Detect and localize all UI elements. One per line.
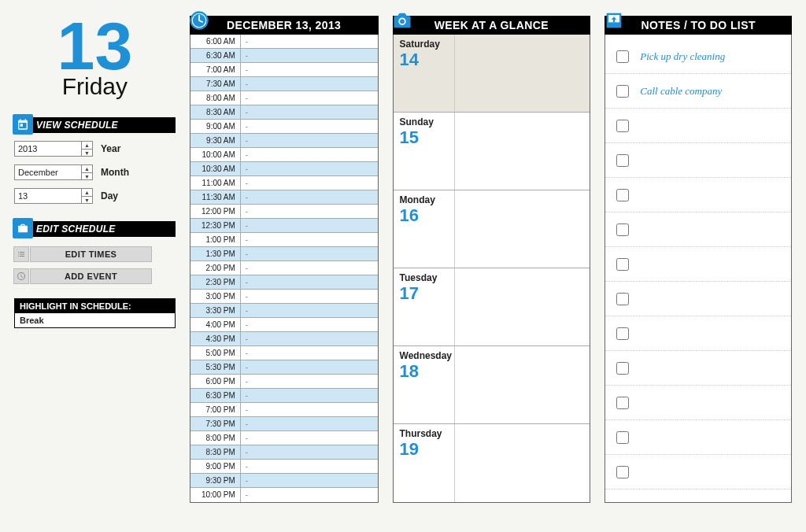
year-spinner[interactable]: 2013 ▲▼ xyxy=(14,141,93,157)
add-event-button[interactable]: ADD EVENT xyxy=(30,268,152,284)
schedule-row[interactable]: 9:00 AM- xyxy=(190,120,378,134)
schedule-row[interactable]: 8:30 AM- xyxy=(190,105,378,120)
schedule-detail[interactable]: - xyxy=(241,360,378,374)
schedule-detail[interactable]: - xyxy=(241,304,378,317)
schedule-detail[interactable]: - xyxy=(241,91,378,105)
schedule-row[interactable]: 6:00 PM- xyxy=(190,375,378,389)
schedule-row[interactable]: 12:30 PM- xyxy=(190,219,378,233)
schedule-row[interactable]: 10:00 AM- xyxy=(190,148,378,162)
schedule-detail[interactable]: - xyxy=(241,431,378,445)
note-checkbox[interactable] xyxy=(616,431,629,444)
schedule-row[interactable]: 12:00 PM- xyxy=(190,205,378,219)
schedule-row[interactable]: 1:00 PM- xyxy=(190,233,378,247)
note-checkbox[interactable] xyxy=(616,85,629,98)
schedule-detail[interactable]: - xyxy=(241,460,378,473)
week-day-content[interactable] xyxy=(455,346,590,423)
schedule-detail[interactable]: - xyxy=(241,346,378,360)
schedule-row[interactable]: 4:30 PM- xyxy=(190,332,378,346)
note-checkbox[interactable] xyxy=(616,327,629,340)
schedule-detail[interactable]: - xyxy=(241,233,378,246)
day-spinner[interactable]: 13 ▲▼ xyxy=(14,188,93,204)
schedule-detail[interactable]: - xyxy=(241,474,378,487)
schedule-detail[interactable]: - xyxy=(241,148,378,161)
week-day-content[interactable] xyxy=(455,268,590,345)
schedule-detail[interactable]: - xyxy=(241,275,378,289)
schedule-row[interactable]: 9:30 AM- xyxy=(190,134,378,148)
schedule-row[interactable]: 4:00 PM- xyxy=(190,318,378,332)
schedule-detail[interactable]: - xyxy=(241,35,378,48)
schedule-row[interactable]: 9:30 PM- xyxy=(190,474,378,488)
schedule-row[interactable]: 2:30 PM- xyxy=(190,275,378,290)
schedule-row[interactable]: 2:00 PM- xyxy=(190,261,378,275)
schedule-row[interactable]: 8:30 PM- xyxy=(190,445,378,460)
note-checkbox[interactable] xyxy=(616,293,629,305)
week-day-content[interactable] xyxy=(455,35,590,112)
note-checkbox[interactable] xyxy=(616,120,629,132)
schedule-row[interactable]: 7:30 AM- xyxy=(190,77,378,91)
week-day-content[interactable] xyxy=(455,113,590,190)
schedule-row[interactable]: 6:30 AM- xyxy=(190,49,378,63)
schedule-detail[interactable]: - xyxy=(241,219,378,232)
schedule-row[interactable]: 7:30 PM- xyxy=(190,417,378,431)
schedule-detail[interactable]: - xyxy=(241,105,378,119)
note-checkbox[interactable] xyxy=(616,258,629,271)
schedule-detail[interactable]: - xyxy=(241,190,378,204)
schedule-row[interactable]: 5:30 PM- xyxy=(190,360,378,375)
schedule-detail[interactable]: - xyxy=(241,120,378,133)
schedule-detail[interactable]: - xyxy=(241,417,378,430)
schedule-detail[interactable]: - xyxy=(241,247,378,260)
schedule-detail[interactable]: - xyxy=(241,261,378,275)
schedule-detail[interactable]: - xyxy=(241,77,378,91)
schedule-row[interactable]: 11:30 AM- xyxy=(190,190,378,205)
schedule-detail[interactable]: - xyxy=(241,375,378,388)
schedule-row[interactable]: 6:30 PM- xyxy=(190,389,378,403)
note-checkbox[interactable] xyxy=(616,154,629,167)
schedule-row[interactable]: 8:00 AM- xyxy=(190,91,378,105)
month-arrows[interactable]: ▲▼ xyxy=(81,165,92,179)
note-text[interactable]: Call cable company xyxy=(640,85,722,98)
week-day[interactable]: Sunday15 xyxy=(394,113,590,190)
schedule-row[interactable]: 3:00 PM- xyxy=(190,290,378,304)
schedule-row[interactable]: 10:00 PM- xyxy=(190,488,378,502)
schedule-row[interactable]: 9:00 PM- xyxy=(190,460,378,474)
week-day[interactable]: Thursday19 xyxy=(394,424,590,502)
week-day[interactable]: Saturday14 xyxy=(394,35,590,113)
schedule-detail[interactable]: - xyxy=(241,445,378,459)
highlight-value[interactable]: Break xyxy=(15,313,175,327)
schedule-detail[interactable]: - xyxy=(241,403,378,416)
schedule-row[interactable]: 7:00 PM- xyxy=(190,403,378,417)
schedule-detail[interactable]: - xyxy=(241,176,378,190)
schedule-row[interactable]: 11:00 AM- xyxy=(190,176,378,190)
schedule-detail[interactable]: - xyxy=(241,389,378,402)
schedule-detail[interactable]: - xyxy=(241,63,378,76)
schedule-detail[interactable]: - xyxy=(241,290,378,303)
schedule-row[interactable]: 6:00 AM- xyxy=(190,35,378,49)
schedule-row[interactable]: 1:30 PM- xyxy=(190,247,378,261)
week-day-content[interactable] xyxy=(455,190,590,268)
week-day[interactable]: Wednesday18 xyxy=(394,346,590,424)
note-text[interactable]: Pick up dry cleaning xyxy=(640,50,725,63)
schedule-detail[interactable]: - xyxy=(241,488,378,502)
schedule-detail[interactable]: - xyxy=(241,49,378,62)
schedule-row[interactable]: 5:00 PM- xyxy=(190,346,378,360)
note-checkbox[interactable] xyxy=(616,189,629,201)
schedule-row[interactable]: 8:00 PM- xyxy=(190,431,378,445)
schedule-detail[interactable]: - xyxy=(241,318,378,331)
note-checkbox[interactable] xyxy=(616,362,629,375)
schedule-row[interactable]: 3:30 PM- xyxy=(190,304,378,318)
schedule-detail[interactable]: - xyxy=(241,332,378,345)
note-checkbox[interactable] xyxy=(616,466,629,478)
edit-times-button[interactable]: EDIT TIMES xyxy=(30,246,152,262)
schedule-detail[interactable]: - xyxy=(241,205,378,218)
week-day[interactable]: Tuesday17 xyxy=(394,268,590,346)
schedule-detail[interactable]: - xyxy=(241,162,378,175)
note-checkbox[interactable] xyxy=(616,397,629,409)
week-day[interactable]: Monday16 xyxy=(394,190,590,268)
week-day-content[interactable] xyxy=(455,424,590,502)
schedule-detail[interactable]: - xyxy=(241,134,378,147)
month-spinner[interactable]: December ▲▼ xyxy=(14,164,93,180)
schedule-row[interactable]: 10:30 AM- xyxy=(190,162,378,176)
day-arrows[interactable]: ▲▼ xyxy=(81,189,92,203)
schedule-row[interactable]: 7:00 AM- xyxy=(190,63,378,77)
year-arrows[interactable]: ▲▼ xyxy=(81,142,92,156)
